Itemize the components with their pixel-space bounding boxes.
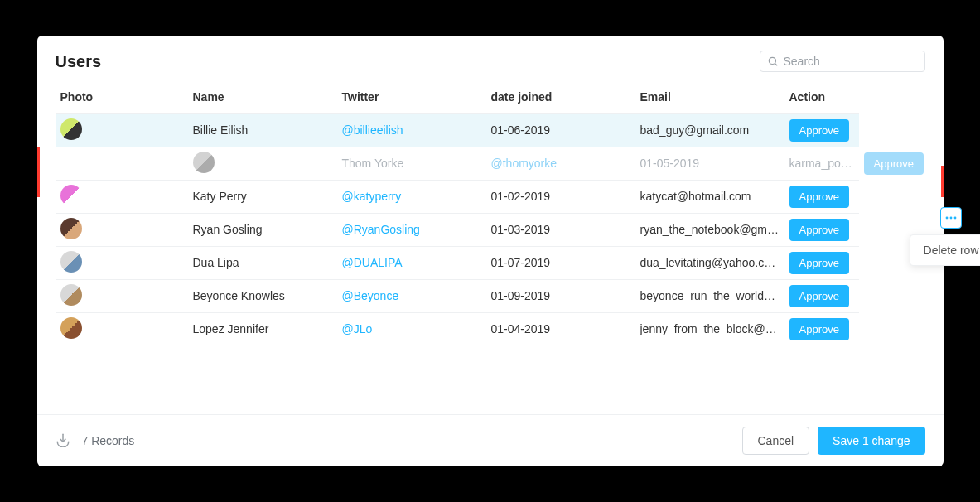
- cell-name: Lopez Jennifer: [188, 312, 337, 345]
- cell-action: Approve: [859, 147, 925, 180]
- col-header-name[interactable]: Name: [188, 80, 337, 114]
- cell-twitter: @DUALIPA: [337, 246, 486, 279]
- users-table-wrap: Photo Name Twitter date joined Email Act…: [37, 80, 944, 414]
- cell-name: Dua Lipa: [188, 246, 337, 279]
- cell-action: Approve: [784, 279, 859, 312]
- cell-email: ryan_the_notebook@gmail.com: [635, 213, 784, 246]
- table-row[interactable]: Katy Perry@katyperry01-02-2019katycat@ho…: [56, 180, 925, 213]
- card-header: Users: [37, 36, 944, 80]
- cell-photo: [56, 312, 188, 345]
- cell-email: bad_guy@gmail.com: [635, 114, 784, 147]
- row-menu-button[interactable]: [940, 207, 962, 229]
- avatar: [60, 218, 82, 239]
- users-card: Users Photo Name Twitter date joined Ema…: [37, 36, 944, 466]
- cell-photo: [56, 114, 188, 147]
- cell-name: Billie Eilish: [188, 114, 337, 147]
- cancel-button[interactable]: Cancel: [742, 427, 810, 455]
- cell-email: katycat@hotmail.com: [635, 180, 784, 213]
- svg-point-0: [769, 57, 775, 64]
- records-count: 7 Records: [82, 434, 135, 447]
- col-header-twitter[interactable]: Twitter: [337, 80, 486, 114]
- svg-point-3: [949, 217, 952, 220]
- cell-date-joined: 01-03-2019: [486, 213, 635, 246]
- cell-email: dua_levitating@yahoo.com: [635, 246, 784, 279]
- footer-left: 7 Records: [56, 432, 135, 450]
- twitter-handle[interactable]: @katyperry: [342, 190, 402, 203]
- twitter-handle[interactable]: @Beyonce: [342, 289, 399, 302]
- svg-point-4: [953, 217, 956, 220]
- approve-button[interactable]: Approve: [789, 318, 849, 340]
- avatar: [60, 284, 82, 306]
- table-row[interactable]: Beyonce Knowles@Beyonce01-09-2019beyonce…: [56, 279, 925, 312]
- save-button[interactable]: Save 1 change: [818, 427, 924, 455]
- cell-name: Ryan Gosling: [188, 213, 337, 246]
- cell-email: jenny_from_the_block@yahoo.com: [635, 312, 784, 345]
- avatar: [60, 317, 82, 339]
- search-icon: [767, 56, 779, 67]
- cell-date-joined: 01-05-2019: [635, 147, 784, 180]
- cell-twitter: @thomyorke: [486, 147, 635, 180]
- approve-button[interactable]: Approve: [789, 252, 849, 274]
- card-footer: 7 Records Cancel Save 1 change: [37, 414, 944, 466]
- table-header-row: Photo Name Twitter date joined Email Act…: [56, 80, 925, 114]
- avatar: [60, 185, 82, 206]
- cell-twitter: @katyperry: [337, 180, 486, 213]
- approve-button[interactable]: Approve: [789, 119, 849, 142]
- more-horizontal-icon: [945, 216, 957, 220]
- table-row[interactable]: Lopez Jennifer@JLo01-04-2019jenny_from_t…: [56, 312, 925, 345]
- cell-name: Katy Perry: [188, 180, 337, 213]
- context-menu: Delete row: [910, 234, 980, 266]
- table-row[interactable]: Thom Yorke@thomyorke01-05-2019karma_poli…: [56, 147, 925, 180]
- twitter-handle[interactable]: @billieeilish: [342, 123, 403, 137]
- cell-photo: [56, 180, 188, 213]
- svg-line-1: [775, 64, 777, 66]
- cell-date-joined: 01-06-2019: [486, 114, 635, 147]
- search-input[interactable]: [784, 55, 918, 68]
- users-table: Photo Name Twitter date joined Email Act…: [56, 80, 925, 345]
- cell-action: Approve: [784, 246, 859, 279]
- download-icon[interactable]: [56, 432, 70, 450]
- page-title: Users: [56, 52, 102, 71]
- cell-email: karma_police_thom@hotmail.com: [784, 147, 859, 180]
- cell-date-joined: 01-07-2019: [486, 246, 635, 279]
- cell-photo: [56, 213, 188, 246]
- twitter-handle[interactable]: @JLo: [342, 322, 373, 335]
- cell-photo: [188, 147, 337, 180]
- approve-button[interactable]: Approve: [789, 219, 849, 241]
- context-menu-item-delete-row[interactable]: Delete row: [924, 244, 979, 257]
- col-header-date-joined[interactable]: date joined: [486, 80, 635, 114]
- col-header-email[interactable]: Email: [635, 80, 784, 114]
- avatar: [193, 152, 215, 173]
- twitter-handle[interactable]: @RyanGosling: [342, 223, 420, 236]
- cell-action: Approve: [784, 213, 859, 246]
- approve-button[interactable]: Approve: [789, 186, 849, 208]
- cell-action: Approve: [784, 180, 859, 213]
- cell-action: Approve: [784, 312, 859, 345]
- cell-name: Thom Yorke: [337, 147, 486, 180]
- search-field[interactable]: [760, 51, 925, 72]
- cell-date-joined: 01-04-2019: [486, 312, 635, 345]
- approve-button[interactable]: Approve: [789, 285, 849, 307]
- cell-photo: [56, 279, 188, 312]
- cell-name: Beyonce Knowles: [188, 279, 337, 312]
- col-header-photo[interactable]: Photo: [56, 80, 188, 114]
- avatar: [60, 251, 82, 273]
- cell-date-joined: 01-09-2019: [486, 279, 635, 312]
- cell-date-joined: 01-02-2019: [486, 180, 635, 213]
- col-header-action[interactable]: Action: [784, 80, 859, 114]
- cell-twitter: @RyanGosling: [337, 213, 486, 246]
- footer-right: Cancel Save 1 change: [742, 427, 925, 455]
- table-row[interactable]: Ryan Gosling@RyanGosling01-03-2019ryan_t…: [56, 213, 925, 246]
- table-row[interactable]: Dua Lipa@DUALIPA01-07-2019dua_levitating…: [56, 246, 925, 279]
- cell-twitter: @JLo: [337, 312, 486, 345]
- twitter-handle[interactable]: @DUALIPA: [342, 256, 403, 269]
- cell-photo: [56, 246, 188, 279]
- svg-point-2: [945, 217, 948, 220]
- avatar: [60, 118, 82, 140]
- table-row[interactable]: Billie Eilish@billieeilish01-06-2019bad_…: [56, 114, 925, 147]
- cell-twitter: @billieeilish: [337, 114, 486, 147]
- deleted-row-marker-right: [941, 166, 944, 197]
- twitter-handle[interactable]: @thomyorke: [491, 157, 558, 170]
- cell-action: Approve: [784, 114, 859, 147]
- approve-button[interactable]: Approve: [864, 152, 924, 175]
